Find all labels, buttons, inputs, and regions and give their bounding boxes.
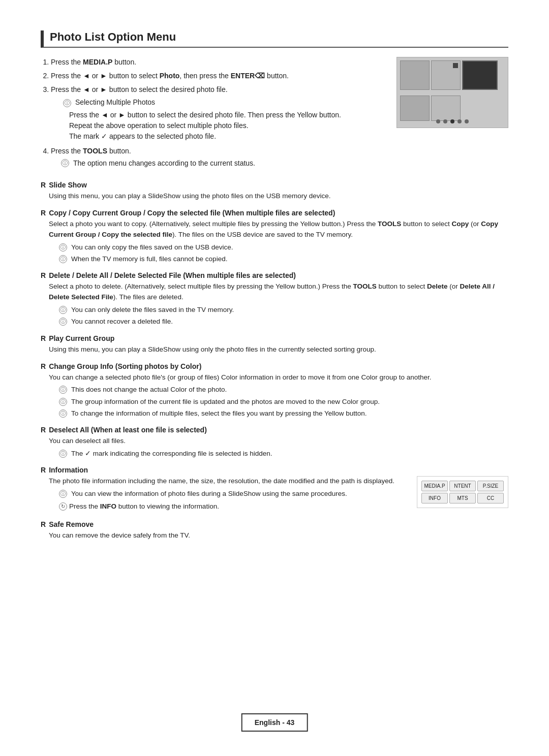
safe-remove-title: Safe Remove: [49, 520, 94, 528]
section-copy: R Copy / Copy Current Group / Copy the s…: [41, 209, 508, 264]
information-body-area: The photo file information including the…: [41, 476, 405, 513]
change-note-1: This does not change the actual Color of…: [71, 385, 227, 395]
remote-btn-psize: P.SIZE: [477, 481, 504, 491]
note-icon: ⓘ: [59, 398, 67, 406]
selecting-note: ⓘ Selecting Multiple Photos: [63, 97, 384, 108]
note-icon: ⓘ: [59, 410, 67, 418]
delete-title: Delete / Delete All / Delete Selected Fi…: [49, 271, 296, 279]
delete-note-2: You cannot recover a deleted file.: [71, 317, 173, 327]
sub-step-2: Repeat the above operation to select mul…: [69, 120, 384, 131]
section-delete: R Delete / Delete All / Delete Selected …: [41, 271, 508, 327]
change-note-3: To change the information of multiple fi…: [71, 408, 367, 419]
info-note-1: You can view the information of photo fi…: [71, 489, 347, 499]
note-icon: ⓘ: [59, 386, 67, 394]
deselect-body: You can deselect all files.: [49, 436, 508, 447]
note-icon: ⓘ: [59, 255, 67, 263]
section-deselect: R Deselect All (When at least one file i…: [41, 426, 508, 459]
play-body: Using this menu, you can play a SlideSho…: [49, 344, 508, 355]
note-icon-2: ↻: [59, 502, 67, 511]
section-change-group: R Change Group Info (Sorting photos by C…: [41, 362, 508, 419]
section-slide-show: R Slide Show Using this menu, you can pl…: [41, 181, 508, 202]
sub-step-3: The mark ✓ appears to the selected photo…: [69, 131, 384, 142]
information-body: The photo file information including the…: [49, 476, 405, 487]
info-note-2: Press the INFO button to viewing the inf…: [69, 501, 219, 512]
note-icon: ⓘ: [59, 450, 67, 458]
delete-note-1: You can only delete the files saved in t…: [71, 305, 234, 315]
play-title: Play Current Group: [49, 334, 114, 342]
information-title: Information: [49, 466, 88, 474]
slide-show-title: Slide Show: [49, 181, 87, 189]
deselect-note-1: The ✓ mark indicating the corresponding …: [71, 449, 272, 459]
note-icon: ⓘ: [59, 490, 67, 498]
remote-control-diagram: MEDIA.P NTENT P.SIZE INFO MTS CC: [417, 476, 508, 508]
remote-btn-mts: MTS: [449, 493, 476, 503]
change-note-2: The group information of the current fil…: [71, 397, 380, 407]
copy-note-1: You can only copy the files saved on the…: [71, 242, 233, 253]
remote-btn-ntent: NTENT: [449, 481, 476, 491]
note-icon-1: ⓘ: [61, 159, 69, 167]
section-information: R Information The photo file information…: [41, 466, 508, 513]
safe-remove-body: You can remove the device safely from th…: [49, 530, 508, 541]
note-icon: ⓘ: [59, 243, 67, 251]
change-group-title: Change Group Info (Sorting photos by Col…: [49, 362, 201, 370]
sub-step-1: Press the ◄ or ► button to select the de…: [69, 110, 384, 120]
step-4-note: The option menu changes according to the…: [73, 158, 255, 169]
step-4: Press the TOOLS button. ⓘ The option men…: [51, 146, 384, 169]
section-play-current: R Play Current Group Using this menu, yo…: [41, 334, 508, 355]
page-title: Photo List Option Menu: [41, 30, 508, 48]
delete-body: Select a photo to delete. (Alternatively…: [49, 281, 508, 303]
section-safe-remove: R Safe Remove You can remove the device …: [41, 520, 508, 541]
copy-body: Select a photo you want to copy. (Altern…: [49, 219, 508, 240]
remote-btn-info: INFO: [421, 493, 448, 503]
step-3: Press the ◄ or ► button to select the de…: [51, 84, 384, 142]
step-2: Press the ◄ or ► button to select Photo,…: [51, 71, 384, 81]
photo-preview: [396, 57, 508, 128]
instructions-section: Press the MEDIA.P button. Press the ◄ or…: [41, 57, 384, 173]
note-icon: ⓘ: [59, 306, 67, 314]
remote-btn-cc: CC: [477, 493, 504, 503]
step-1: Press the MEDIA.P button.: [51, 57, 384, 68]
slide-show-body: Using this menu, you can play a SlideSho…: [49, 191, 508, 202]
page-footer: English - 43: [241, 713, 308, 732]
deselect-title: Deselect All (When at least one file is …: [49, 426, 207, 434]
note-icon: ⓘ: [59, 318, 67, 326]
copy-title: Copy / Copy Current Group / Copy the sel…: [49, 209, 335, 217]
change-group-body: You can change a selected photo file's (…: [49, 372, 508, 383]
remote-btn-mediap: MEDIA.P: [421, 481, 448, 491]
copy-note-2: When the TV memory is full, files cannot…: [71, 254, 227, 264]
